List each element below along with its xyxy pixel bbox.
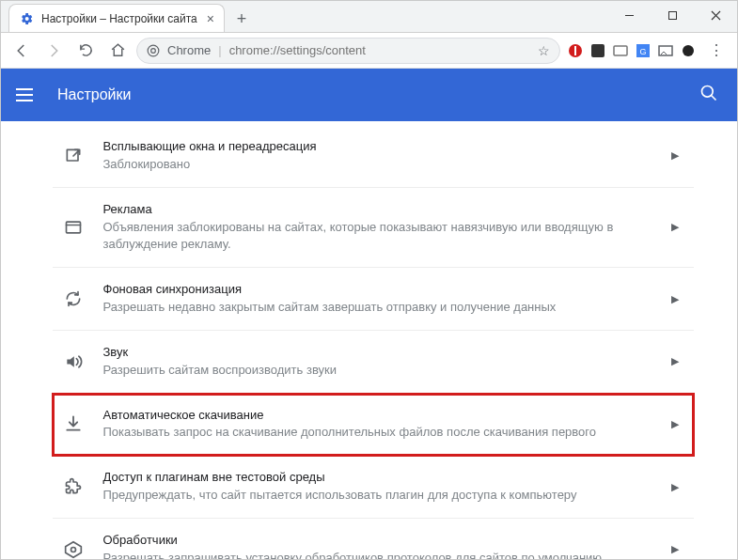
popup-icon bbox=[60, 143, 86, 169]
chevron-right-icon: ▶ bbox=[671, 355, 686, 367]
window-close-button[interactable] bbox=[694, 1, 737, 29]
home-button[interactable] bbox=[104, 38, 131, 64]
chevron-right-icon: ▶ bbox=[671, 543, 686, 555]
browser-menu-button[interactable]: ⋮ bbox=[703, 38, 730, 64]
new-tab-button[interactable]: + bbox=[228, 6, 255, 32]
forward-button[interactable] bbox=[40, 38, 67, 64]
content-area[interactable]: Всплывающие окна и переадресацияЗаблокир… bbox=[1, 121, 737, 560]
svg-rect-16 bbox=[66, 222, 80, 233]
window-maximize-button[interactable] bbox=[651, 1, 694, 29]
close-tab-icon[interactable]: × bbox=[207, 11, 214, 26]
chevron-right-icon: ▶ bbox=[671, 221, 686, 233]
svg-rect-8 bbox=[614, 46, 627, 55]
svg-point-5 bbox=[151, 48, 156, 53]
browser-toolbar: Chrome | chrome://settings/content ☆ G ⋮ bbox=[1, 33, 737, 69]
extension-icon-6[interactable] bbox=[679, 41, 698, 60]
row-body: РекламаОбъявления заблокированы на сайта… bbox=[103, 201, 662, 255]
row-title: Реклама bbox=[103, 201, 662, 219]
chevron-right-icon: ▶ bbox=[671, 481, 686, 493]
row-title: Всплывающие окна и переадресация bbox=[103, 138, 662, 156]
tab-title: Настройки – Настройки сайта bbox=[41, 12, 199, 25]
settings-row-plugin[interactable]: Доступ к плагинам вне тестовой средыПред… bbox=[53, 456, 694, 519]
browser-tab[interactable]: Настройки – Настройки сайта × bbox=[8, 4, 225, 32]
search-icon[interactable] bbox=[699, 84, 722, 106]
extension-icon-5[interactable] bbox=[656, 41, 675, 60]
reload-button[interactable] bbox=[72, 38, 99, 64]
url-text: chrome://settings/content bbox=[229, 43, 366, 57]
row-subtitle: Разрешать недавно закрытым сайтам заверш… bbox=[103, 299, 662, 317]
extension-icon-3[interactable] bbox=[611, 41, 630, 60]
settings-row-popup[interactable]: Всплывающие окна и переадресацияЗаблокир… bbox=[53, 125, 694, 188]
hamburger-menu-icon[interactable] bbox=[16, 84, 39, 106]
gear-icon bbox=[19, 11, 34, 26]
row-subtitle: Разрешить сайтам воспроизводить звуки bbox=[103, 362, 662, 380]
url-scheme-label: Chrome bbox=[167, 43, 211, 57]
extension-icon-4[interactable]: G bbox=[634, 41, 652, 60]
window-controls bbox=[607, 1, 737, 29]
row-body: Фоновая синхронизацияРазрешать недавно з… bbox=[103, 281, 662, 317]
settings-row-handler[interactable]: ОбработчикиРазрешать запрашивать установ… bbox=[53, 519, 694, 560]
settings-row-download[interactable]: Автоматическое скачиваниеПоказывать запр… bbox=[53, 394, 694, 457]
sync-icon bbox=[60, 286, 86, 312]
row-body: Всплывающие окна и переадресацияЗаблокир… bbox=[103, 138, 662, 174]
svg-point-13 bbox=[702, 86, 714, 98]
row-body: ЗвукРазрешить сайтам воспроизводить звук… bbox=[103, 344, 662, 380]
row-subtitle: Разрешать запрашивать установку обработч… bbox=[103, 550, 662, 560]
svg-line-14 bbox=[712, 96, 716, 101]
window-minimize-button[interactable] bbox=[607, 1, 651, 29]
handler-icon bbox=[60, 537, 86, 560]
extension-icon-2[interactable] bbox=[589, 41, 607, 60]
row-subtitle: Заблокировано bbox=[103, 156, 662, 174]
chevron-right-icon: ▶ bbox=[671, 293, 686, 305]
row-body: Доступ к плагинам вне тестовой средыПред… bbox=[103, 469, 662, 505]
chevron-right-icon: ▶ bbox=[671, 149, 686, 162]
address-bar[interactable]: Chrome | chrome://settings/content ☆ bbox=[136, 38, 560, 64]
svg-point-12 bbox=[683, 45, 694, 56]
row-subtitle: Объявления заблокированы на сайтах, кото… bbox=[103, 219, 662, 255]
sound-icon bbox=[60, 349, 86, 375]
svg-marker-18 bbox=[67, 356, 74, 367]
plugin-icon bbox=[60, 474, 86, 500]
page-title: Настройки bbox=[57, 86, 699, 103]
row-title: Звук bbox=[103, 344, 662, 362]
row-title: Фоновая синхронизация bbox=[103, 281, 662, 299]
row-title: Обработчики bbox=[103, 532, 662, 550]
extension-icons: G bbox=[566, 41, 698, 60]
url-separator: | bbox=[218, 43, 221, 57]
settings-row-ads[interactable]: РекламаОбъявления заблокированы на сайта… bbox=[53, 188, 694, 269]
svg-point-4 bbox=[148, 45, 159, 56]
row-title: Доступ к плагинам вне тестовой среды bbox=[103, 469, 662, 487]
settings-row-sound[interactable]: ЗвукРазрешить сайтам воспроизводить звук… bbox=[53, 331, 694, 394]
svg-marker-19 bbox=[65, 541, 81, 557]
download-icon bbox=[60, 411, 86, 437]
settings-list: Всплывающие окна и переадресацияЗаблокир… bbox=[45, 125, 694, 560]
chevron-right-icon: ▶ bbox=[671, 418, 686, 430]
ads-icon bbox=[60, 214, 86, 241]
titlebar: Настройки – Настройки сайта × + bbox=[1, 1, 737, 33]
settings-header: Настройки bbox=[1, 69, 737, 121]
settings-row-sync[interactable]: Фоновая синхронизацияРазрешать недавно з… bbox=[53, 268, 694, 331]
extension-icon-1[interactable] bbox=[566, 41, 585, 60]
bookmark-star-icon[interactable]: ☆ bbox=[538, 43, 550, 58]
row-subtitle: Предупреждать, что сайт пытается использ… bbox=[103, 487, 662, 505]
svg-rect-7 bbox=[591, 44, 605, 57]
svg-rect-1 bbox=[668, 11, 676, 19]
row-body: ОбработчикиРазрешать запрашивать установ… bbox=[103, 532, 662, 560]
row-subtitle: Показывать запрос на скачивание дополнит… bbox=[103, 424, 662, 442]
row-title: Автоматическое скачивание bbox=[103, 407, 662, 425]
chrome-site-icon bbox=[147, 44, 160, 57]
row-body: Автоматическое скачиваниеПоказывать запр… bbox=[103, 407, 662, 443]
svg-point-20 bbox=[71, 547, 75, 552]
back-button[interactable] bbox=[8, 38, 35, 64]
svg-text:G: G bbox=[639, 47, 646, 56]
svg-rect-15 bbox=[67, 149, 78, 161]
